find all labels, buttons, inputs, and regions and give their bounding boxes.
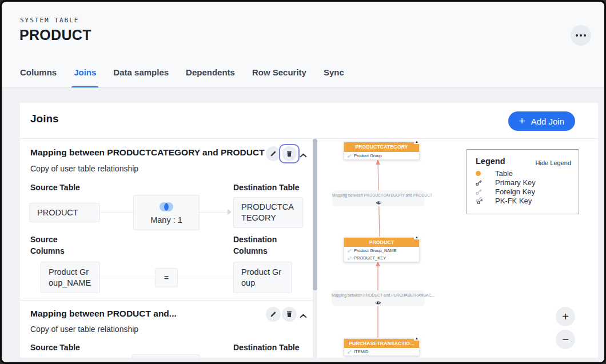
- add-join-label: Add Join: [531, 117, 564, 126]
- join-connector-line: [100, 212, 133, 213]
- join-card-title: Mapping between PRODUCTCATEGORY and PROD…: [30, 147, 265, 158]
- add-join-button[interactable]: + Add Join: [508, 111, 575, 131]
- source-table-label: Source Table: [30, 342, 80, 353]
- destination-table-value: PRODUCTCATEGORY: [233, 197, 303, 228]
- diagram-legend: Legend Hide Legend Table Primary Key: [466, 149, 579, 214]
- tab-columns[interactable]: Columns: [20, 66, 57, 88]
- destination-column-value: Product Group: [233, 262, 292, 293]
- table-node-field: ITEMID: [344, 348, 419, 355]
- legend-item-primary-key: Primary Key: [476, 178, 536, 187]
- pencil-icon: [270, 311, 277, 318]
- edit-join-button[interactable]: [266, 146, 281, 161]
- eye-icon: [376, 201, 382, 205]
- plus-icon: +: [519, 115, 525, 126]
- join-operator: =: [155, 268, 178, 287]
- joins-panel: Joins + Add Join Mapping between PRODUCT…: [20, 103, 598, 358]
- collapse-node-icon[interactable]: ▲: [414, 234, 420, 239]
- source-table-value: PRODUCT: [29, 203, 100, 222]
- source-column-value: Product Group_NAME: [41, 262, 100, 293]
- app-screen: SYSTEM TABLE PRODUCT Columns Joins Data …: [2, 2, 604, 362]
- toggle-visibility-button[interactable]: [373, 198, 384, 207]
- cardinality-value: Many : 1: [134, 215, 199, 225]
- table-node-product[interactable]: ▲ PRODUCT Product Group_NAME PRODUCT_KEY: [344, 237, 420, 262]
- tab-joins[interactable]: Joins: [74, 66, 96, 88]
- table-node-field: Product Group: [344, 152, 419, 159]
- join-card-subtitle: Copy of user table relationship: [30, 164, 138, 173]
- table-node-field: PRODUCT_KEY: [344, 254, 419, 262]
- edge-label-2: Mapping between PRODUCT and PURCHASETRAN…: [332, 290, 425, 306]
- chevron-up-icon: [300, 153, 307, 158]
- more-actions-button[interactable]: [571, 25, 591, 46]
- table-node-purchasetransaction[interactable]: ▲ PURCHASETRANSACTIO... ITEMID: [344, 338, 420, 356]
- plus-icon: +: [562, 310, 569, 323]
- tab-row-security[interactable]: Row Security: [252, 66, 306, 88]
- key-icon: [348, 350, 352, 354]
- connector-arrowhead: [228, 209, 232, 215]
- zoom-out-button[interactable]: −: [556, 330, 575, 349]
- destination-table-label: Destination Table: [233, 182, 300, 193]
- tab-data-samples[interactable]: Data samples: [113, 66, 169, 88]
- cardinality-box-clipped: [132, 354, 200, 358]
- edge-label-1: Mapping between PRODUCTCATEGORY and PROD…: [332, 190, 425, 206]
- tab-dependents[interactable]: Dependents: [186, 66, 235, 88]
- cardinality-box: Many : 1: [133, 195, 200, 230]
- trash-icon: [286, 150, 292, 157]
- minus-icon: −: [562, 333, 569, 346]
- hide-legend-button[interactable]: Hide Legend: [536, 159, 571, 166]
- pk-fk-key-icon: [476, 197, 483, 204]
- edge-label-text: Mapping between PRODUCTCATEGORY and PROD…: [332, 193, 425, 197]
- eye-icon: [375, 301, 381, 305]
- delete-join-button[interactable]: [282, 146, 297, 161]
- source-table-label: Source Table: [30, 182, 80, 193]
- page-title: PRODUCT: [19, 27, 91, 43]
- table-node-title: PRODUCTCATEGORY: [344, 142, 419, 152]
- edit-join-button[interactable]: [266, 307, 281, 322]
- joins-heading: Joins: [30, 113, 59, 125]
- collapse-join-button[interactable]: [298, 310, 308, 321]
- collapse-node-icon[interactable]: ▲: [414, 139, 420, 144]
- many-to-one-venn-icon: [158, 202, 175, 212]
- key-icon: [348, 249, 352, 253]
- foreign-key-icon: [476, 189, 482, 195]
- join-card-subtitle: Copy of user table relationship: [30, 325, 138, 334]
- primary-key-icon: [476, 179, 482, 186]
- tab-bar: Columns Joins Data samples Dependents Ro…: [20, 66, 344, 88]
- legend-item-pk-fk-key: PK-FK Key: [476, 196, 532, 205]
- join-connector-line: [200, 212, 228, 213]
- column-connector-line: [100, 278, 155, 278]
- zoom-in-button[interactable]: +: [556, 307, 575, 326]
- column-connector-line: [178, 278, 233, 278]
- toggle-visibility-button[interactable]: [373, 298, 384, 307]
- tab-sync[interactable]: Sync: [324, 66, 344, 88]
- scrollbar-thumb[interactable]: [313, 139, 317, 290]
- delete-join-button[interactable]: [282, 307, 297, 322]
- legend-item-foreign-key: Foreign Key: [476, 187, 535, 196]
- collapse-node-icon[interactable]: ▲: [414, 335, 420, 341]
- relationship-diagram: Mapping between PRODUCTCATEGORY and PROD…: [319, 139, 598, 358]
- legend-title: Legend: [476, 157, 505, 166]
- object-type-kicker: SYSTEM TABLE: [20, 17, 79, 24]
- table-node-title: PRODUCT: [344, 238, 419, 247]
- table-dot-icon: [476, 171, 481, 176]
- table-node-title: PURCHASETRANSACTIO...: [344, 339, 419, 348]
- edge-label-text: Mapping between PRODUCT and PURCHASETRAN…: [332, 293, 425, 297]
- chevron-up-icon: [300, 314, 307, 318]
- trash-icon: [286, 311, 292, 318]
- pencil-icon: [270, 150, 277, 157]
- legend-item-table: Table: [476, 169, 513, 178]
- table-node-productcategory[interactable]: ▲ PRODUCTCATEGORY Product Group: [344, 142, 420, 160]
- join-card-title: Mapping between PRODUCT and...: [30, 309, 177, 319]
- table-node-field: Product Group_NAME: [344, 247, 419, 254]
- card-divider: [20, 300, 313, 301]
- source-columns-label: Source Columns: [30, 234, 76, 257]
- key-icon: [348, 154, 352, 158]
- ellipsis-icon: [576, 34, 578, 37]
- destination-columns-label: Destination Columns: [233, 234, 290, 257]
- destination-table-label: Destination Table: [233, 342, 300, 353]
- window-frame: SYSTEM TABLE PRODUCT Columns Joins Data …: [0, 0, 606, 364]
- key-icon: [348, 256, 352, 260]
- collapse-join-button[interactable]: [298, 150, 308, 161]
- joins-list-scrollbar[interactable]: [313, 139, 317, 358]
